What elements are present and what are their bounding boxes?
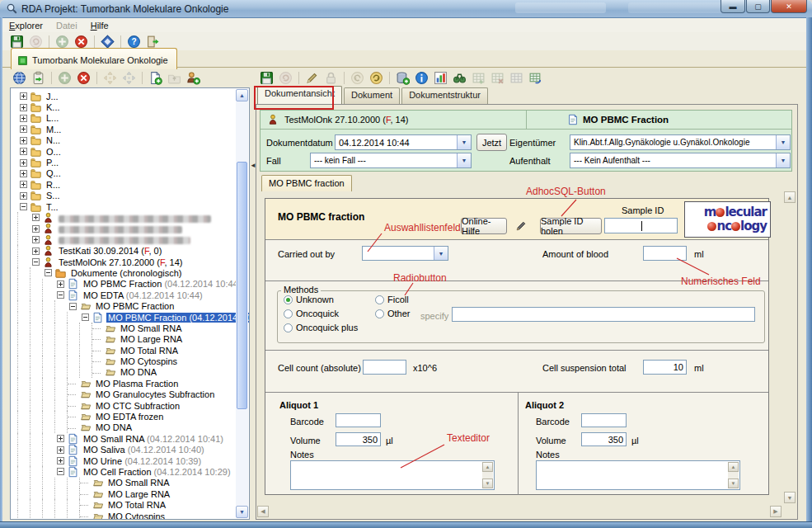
expand-icon[interactable] [30,224,41,234]
delete-icon[interactable] [74,35,88,49]
tree-item[interactable]: MO Plasma Fraction [12,378,236,389]
scroll-up-icon[interactable]: ▲ [728,462,739,472]
tab-tumorbank[interactable]: Tumorbank Molekulare Onkologie [11,48,177,69]
tree-item[interactable]: P... [12,157,236,167]
tree-item-redacted[interactable] [12,224,236,234]
scroll-left-icon[interactable]: ◀ [257,506,269,517]
tree-item[interactable]: R... [12,179,236,190]
expand-icon[interactable] [17,191,29,201]
maximize-button[interactable]: ▢ [746,0,770,13]
table-export-icon[interactable] [528,71,542,85]
expand-icon[interactable] [54,445,66,455]
scroll-up-icon[interactable]: ▲ [784,191,796,203]
menu-item-hilfe[interactable]: Hilfe [84,20,115,31]
tree-item[interactable]: M... [12,124,236,134]
scroll-up-icon[interactable]: ▲ [482,462,493,472]
radio-oncoquick[interactable] [284,309,293,318]
tree-item[interactable]: Dokumente (chronologisch) [12,267,236,278]
add-patient-icon[interactable] [186,71,200,85]
notes-scrollbar[interactable]: ▲ ▼ [728,462,739,488]
navigate-globe-icon[interactable] [12,71,26,85]
chevron-down-icon[interactable]: ▼ [457,153,471,167]
exit-icon[interactable] [146,35,160,49]
dokumentdatum-combobox[interactable]: 04.12.2014 10:44 ▼ [335,134,472,150]
expand-icon[interactable] [17,146,29,157]
radio-oncoquick-plus[interactable] [284,323,293,332]
cell-count-input[interactable] [363,360,406,375]
chevron-down-icon[interactable]: ▼ [776,153,790,167]
tree-item[interactable]: MO Large RNA [12,488,236,499]
collapse-icon[interactable] [54,466,66,477]
close-button[interactable]: ✕ [771,0,807,13]
collapse-icon[interactable] [30,257,41,267]
save-icon[interactable] [10,35,24,49]
tree-item[interactable]: MO EDTA (04.12.2014 10:44) [12,290,236,300]
expand-icon[interactable] [30,234,41,245]
scroll-right-icon[interactable]: ▶ [770,506,781,517]
db-add-icon[interactable] [396,71,410,85]
tree-item[interactable]: N... [12,135,236,146]
tree-item[interactable]: MO Cytospins [12,511,236,520]
titlebar[interactable]: RDA Projekt: Tumorbank Molekulare Onkolo… [0,0,812,18]
tree-item[interactable]: MO CTC Subfraction [12,400,236,411]
tree-item-redacted[interactable] [12,234,236,245]
tree-item[interactable]: L... [12,113,236,124]
statistics-icon[interactable] [434,71,448,85]
tree-item[interactable]: MO Total RNA [12,499,236,510]
sample-id-holen-button[interactable]: Sample ID holen [540,218,602,234]
aliquot1-barcode-input[interactable] [336,413,381,427]
tree-scrollbar[interactable]: ▲ ▼ [236,89,248,518]
tree-item[interactable]: MO EDTA frozen [12,411,236,422]
tree-item-redacted[interactable] [12,212,236,223]
radio-other[interactable] [375,309,384,318]
scroll-down-icon[interactable]: ▼ [236,506,248,518]
tree-item[interactable]: S... [12,191,236,201]
tree-item[interactable]: K... [12,101,236,112]
aliquot2-notes-texteditor[interactable]: ▲ ▼ [536,460,740,490]
amount-of-blood-input[interactable] [643,246,687,261]
menu-item-explorer[interactable]: Explorer [2,20,49,31]
chevron-down-icon[interactable]: ▼ [434,247,448,260]
tab-dokumentstruktur[interactable]: Dokumentstruktur [401,87,488,105]
tree-item[interactable]: MO PBMC Fraction (04.12.2014 10:44 [12,312,236,323]
minimize-button[interactable]: ▬ [720,0,745,13]
new-document-icon[interactable] [148,71,162,85]
tree-item[interactable]: TestMolOnk 27.10.2000 (F, 14) [12,257,236,267]
delete-icon[interactable] [77,71,91,85]
tree-item[interactable]: MO Total RNA [12,345,236,356]
collapse-icon[interactable] [67,300,78,311]
collapse-icon[interactable] [17,201,29,212]
expand-icon[interactable] [17,168,29,179]
help-icon[interactable]: ? [127,35,141,49]
expand-icon[interactable] [17,113,29,124]
scroll-down-icon[interactable]: ▼ [784,492,796,503]
expand-icon[interactable] [17,101,29,112]
tree-item[interactable]: MO DNA [12,367,236,378]
tree-item[interactable]: MO Saliva (04.12.2014 10:40) [12,445,236,455]
fall-combobox[interactable]: --- kein Fall --- ▼ [310,153,472,168]
expand-icon[interactable] [17,91,29,101]
collapse-icon[interactable] [54,290,66,300]
tree-item[interactable]: MO Small RNA [12,478,236,488]
tree-item[interactable]: MO Small RNA [12,323,236,333]
refresh-diamond-icon[interactable] [101,35,115,49]
collapse-icon[interactable] [79,312,91,323]
expand-icon[interactable] [30,245,41,256]
jetzt-button[interactable]: Jetzt [476,134,507,151]
tab-mo-pbmc-fraction[interactable]: MO PBMC fraction [261,175,352,191]
expand-icon[interactable] [17,135,29,146]
aliquot1-notes-texteditor[interactable]: ▲ ▼ [290,460,495,490]
scroll-up-icon[interactable]: ▲ [236,89,248,101]
aufenthalt-combobox[interactable]: --- Kein Aufenthalt --- ▼ [570,153,791,168]
aliquot2-barcode-input[interactable] [581,413,627,427]
expand-icon[interactable] [30,212,41,223]
tree-item[interactable]: T... [12,201,236,212]
tab-dokument[interactable]: Dokument [344,87,400,105]
tree-item[interactable]: MO Urine (04.12.2014 10:39) [12,455,236,466]
forward-icon[interactable] [369,71,383,85]
expand-icon[interactable] [17,157,29,167]
expand-icon[interactable] [17,179,29,190]
expand-icon[interactable] [54,433,66,444]
radio-ficoll[interactable] [375,295,384,304]
pencil-icon[interactable] [514,219,528,233]
